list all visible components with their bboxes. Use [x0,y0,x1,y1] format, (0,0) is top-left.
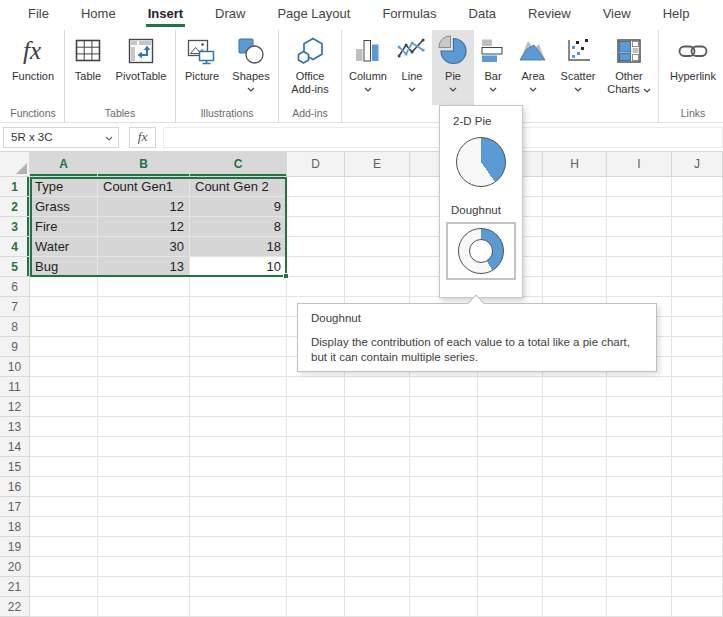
cell-g18[interactable] [478,517,543,537]
cell-j11[interactable] [672,377,723,397]
cell-e18[interactable] [345,517,410,537]
cell-e22[interactable] [345,597,410,617]
cell-a16[interactable] [30,477,98,497]
cell-c14[interactable] [190,437,287,457]
cell-d19[interactable] [287,537,345,557]
cell-a13[interactable] [30,417,98,437]
cell-h16[interactable] [543,477,607,497]
cell-c22[interactable] [190,597,287,617]
cell-i11[interactable] [607,377,672,397]
ribbon-button-function[interactable]: fxFunction [4,30,62,105]
cell-c19[interactable] [190,537,287,557]
cell-c5[interactable]: 10 [190,257,287,277]
cell-c9[interactable] [190,337,287,357]
cell-f13[interactable] [410,417,478,437]
cell-c10[interactable] [190,357,287,377]
cell-a19[interactable] [30,537,98,557]
cell-e5[interactable] [345,257,410,277]
row-header-4[interactable]: 4 [0,237,30,257]
tab-formulas[interactable]: Formulas [366,0,452,28]
cell-h2[interactable] [543,197,607,217]
row-header-21[interactable]: 21 [0,577,30,597]
cell-j20[interactable] [672,557,723,577]
cell-e12[interactable] [345,397,410,417]
row-header-17[interactable]: 17 [0,497,30,517]
cell-i6[interactable] [607,277,672,297]
cell-h13[interactable] [543,417,607,437]
cell-a14[interactable] [30,437,98,457]
cell-a2[interactable]: Grass [30,197,98,217]
ribbon-button-bar[interactable]: Bar [474,30,512,105]
cell-e15[interactable] [345,457,410,477]
cell-i13[interactable] [607,417,672,437]
cell-c18[interactable] [190,517,287,537]
cell-i3[interactable] [607,217,672,237]
cell-a22[interactable] [30,597,98,617]
cell-c3[interactable]: 8 [190,217,287,237]
ribbon-button-scatter[interactable]: Scatter [554,30,602,105]
cell-j18[interactable] [672,517,723,537]
cell-b4[interactable]: 30 [98,237,190,257]
cell-j14[interactable] [672,437,723,457]
cell-d12[interactable] [287,397,345,417]
cell-d20[interactable] [287,557,345,577]
row-header-3[interactable]: 3 [0,217,30,237]
cell-a18[interactable] [30,517,98,537]
cell-d18[interactable] [287,517,345,537]
tab-file[interactable]: File [12,0,65,28]
name-box[interactable]: 5R x 3C [3,127,119,148]
cell-h14[interactable] [543,437,607,457]
cell-c13[interactable] [190,417,287,437]
cell-c16[interactable] [190,477,287,497]
fill-handle[interactable] [283,273,289,279]
cell-a12[interactable] [30,397,98,417]
cell-i4[interactable] [607,237,672,257]
column-header-e[interactable]: E [345,152,410,177]
tab-review[interactable]: Review [512,0,587,28]
ribbon-button-area[interactable]: Area [512,30,554,105]
cell-b14[interactable] [98,437,190,457]
cell-h17[interactable] [543,497,607,517]
cell-g16[interactable] [478,477,543,497]
cell-a9[interactable] [30,337,98,357]
column-header-j[interactable]: J [672,152,723,177]
cell-j21[interactable] [672,577,723,597]
cell-i20[interactable] [607,557,672,577]
tab-help[interactable]: Help [647,0,706,28]
cell-j2[interactable] [672,197,723,217]
cell-d1[interactable] [287,177,345,197]
cell-a8[interactable] [30,317,98,337]
cell-e11[interactable] [345,377,410,397]
cell-i2[interactable] [607,197,672,217]
cell-c8[interactable] [190,317,287,337]
cell-b10[interactable] [98,357,190,377]
cell-c11[interactable] [190,377,287,397]
cell-j12[interactable] [672,397,723,417]
cell-b1[interactable]: Count Gen1 [98,177,190,197]
tab-data[interactable]: Data [453,0,512,28]
cell-f11[interactable] [410,377,478,397]
cell-e19[interactable] [345,537,410,557]
cell-e6[interactable] [345,277,410,297]
cell-j5[interactable] [672,257,723,277]
cell-i19[interactable] [607,537,672,557]
cell-b12[interactable] [98,397,190,417]
tab-draw[interactable]: Draw [199,0,261,28]
cell-j3[interactable] [672,217,723,237]
cell-e20[interactable] [345,557,410,577]
cell-b6[interactable] [98,277,190,297]
cell-b2[interactable]: 12 [98,197,190,217]
cell-d21[interactable] [287,577,345,597]
cell-c12[interactable] [190,397,287,417]
cell-g15[interactable] [478,457,543,477]
row-header-16[interactable]: 16 [0,477,30,497]
ribbon-button-column[interactable]: Column [344,30,392,105]
cell-h20[interactable] [543,557,607,577]
cell-a17[interactable] [30,497,98,517]
row-header-18[interactable]: 18 [0,517,30,537]
cell-j15[interactable] [672,457,723,477]
tab-home[interactable]: Home [65,0,132,28]
cell-h12[interactable] [543,397,607,417]
cell-e4[interactable] [345,237,410,257]
cell-j19[interactable] [672,537,723,557]
